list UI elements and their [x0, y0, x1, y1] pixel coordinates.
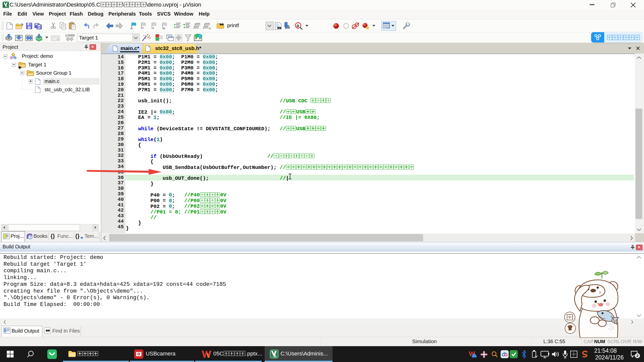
svg-text:?: ? [29, 235, 31, 239]
svg-text:S: S [608, 321, 615, 332]
svg-text:s: s [275, 354, 276, 358]
svg-text:s: s [6, 5, 7, 8]
svg-text:a: a [296, 23, 299, 29]
svg-text:LOAD: LOAD [65, 33, 75, 37]
